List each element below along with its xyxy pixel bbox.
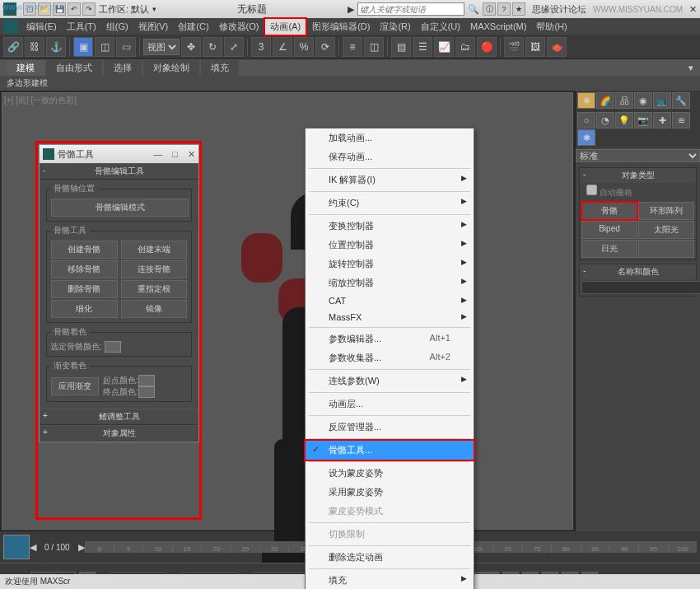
systems-icon[interactable]: ✱ (577, 129, 595, 146)
category-dropdown[interactable]: 标准 (576, 149, 700, 162)
menu-help[interactable]: 帮助(H) (531, 19, 572, 35)
menu-item[interactable]: IK 解算器(I)▶ (306, 171, 474, 189)
bind-icon[interactable]: ⚓ (46, 37, 66, 57)
tab-freeform[interactable]: 自由形式 (46, 60, 102, 76)
apply-gradient-button[interactable]: 应用渐变 (51, 377, 99, 395)
collapse-icon[interactable]: - (583, 266, 586, 275)
refine-button[interactable]: 细化 (51, 300, 118, 318)
help-icon[interactable]: ? (497, 2, 511, 16)
tab-modeling[interactable]: 建模 (7, 60, 44, 76)
menu-item[interactable]: 保存动画... (306, 147, 474, 166)
shapes-icon[interactable]: ◔ (596, 112, 614, 129)
rotate-icon[interactable]: ↻ (203, 37, 222, 57)
menu-item[interactable]: 连线参数(W)▶ (306, 372, 474, 390)
ribbon-chevron-icon[interactable]: ▾ (688, 63, 693, 73)
space-warps-icon[interactable]: ≋ (672, 112, 690, 129)
select-window-icon[interactable]: ▭ (116, 37, 136, 57)
modify-tab-icon[interactable]: 🌈 (596, 92, 614, 109)
star-icon[interactable]: ★ (512, 2, 525, 16)
motion-tab-icon[interactable]: ◉ (634, 92, 652, 109)
redo-icon[interactable]: ↷ (82, 2, 96, 16)
create-tab-icon[interactable]: ✱ (577, 92, 595, 109)
search-input[interactable] (357, 2, 464, 16)
material-editor-icon[interactable]: 🔴 (477, 37, 497, 57)
tab-select[interactable]: 选择 (104, 60, 142, 76)
menu-graph-editors[interactable]: 图形编辑器(D) (307, 19, 375, 35)
reassign-root-button[interactable]: 重指定根 (121, 280, 188, 298)
resume-icon[interactable]: ▶ (348, 4, 354, 15)
unlink-icon[interactable]: ⛓ (25, 37, 44, 57)
tab-fill[interactable]: 填充 (201, 60, 239, 76)
create-end-button[interactable]: 创建末端 (121, 241, 188, 259)
maximize-icon[interactable]: □ (172, 149, 178, 160)
snap-icon[interactable]: 3 (251, 37, 271, 57)
close-icon[interactable]: ✕ (689, 4, 697, 15)
del-bone2-button[interactable]: 删除骨骼 (51, 280, 118, 298)
ribbon-subtab[interactable]: 多边形建模 (0, 76, 700, 91)
menu-item[interactable]: 采用蒙皮姿势 (306, 483, 474, 502)
mirror-icon[interactable]: ◫ (364, 37, 384, 57)
link-icon[interactable]: 🔗 (3, 37, 23, 57)
ring-array-button[interactable]: 环形阵列 (638, 202, 694, 220)
angle-snap-icon[interactable]: ∠ (273, 37, 292, 57)
viewport-label[interactable]: [+] [前] [一致的色彩] (4, 95, 77, 106)
curve-editor-icon[interactable]: 📈 (434, 37, 454, 57)
object-type-header[interactable]: - 对象类型 (580, 168, 696, 183)
end-color-swatch[interactable] (138, 386, 155, 398)
percent-snap-icon[interactable]: % (294, 37, 314, 57)
cameras-icon[interactable]: 📷 (634, 112, 652, 129)
daylight-button[interactable]: 日光 (581, 240, 637, 258)
named-sets-icon[interactable]: ≡ (343, 37, 362, 57)
utilities-tab-icon[interactable]: 🔧 (672, 92, 690, 109)
menu-create[interactable]: 创建(C) (173, 19, 213, 35)
section-edit-tools[interactable]: - 骨骼编辑工具 (40, 163, 198, 180)
menu-animation[interactable]: 动画(A) (264, 17, 307, 36)
name-color-header[interactable]: - 名称和颜色 (580, 264, 696, 279)
schematic-icon[interactable]: 🗂 (455, 37, 475, 57)
bones-button[interactable]: 骨骼 (581, 201, 638, 221)
align-icon[interactable]: ▤ (391, 37, 411, 57)
render-setup-icon[interactable]: 🎬 (504, 37, 524, 57)
menu-item[interactable]: 参数收集器...Alt+2 (306, 348, 474, 367)
spinner-snap-icon[interactable]: ⟳ (315, 37, 335, 57)
playback-icon-box[interactable] (3, 535, 30, 559)
selected-color-swatch[interactable] (105, 341, 121, 353)
expand-icon[interactable]: + (43, 411, 48, 420)
select-region-icon[interactable]: ◫ (95, 37, 114, 57)
sunlight-button[interactable]: 太阳光 (638, 221, 694, 239)
menu-item[interactable]: ✓骨骼工具... (304, 439, 475, 461)
minimize-icon[interactable]: — (153, 149, 162, 160)
menu-views[interactable]: 视图(V) (133, 19, 174, 35)
geometry-icon[interactable]: ○ (577, 112, 595, 129)
menu-customize[interactable]: 自定义(U) (416, 19, 465, 35)
menu-item[interactable]: 加载动画... (306, 129, 474, 147)
display-tab-icon[interactable]: 📺 (653, 92, 671, 109)
layer-icon[interactable]: ☰ (413, 37, 432, 57)
create-bone-button[interactable]: 创建骨骼 (51, 241, 118, 259)
menu-item[interactable]: 填充▶ (306, 571, 474, 589)
expand-icon[interactable]: + (43, 428, 48, 437)
collapse-icon[interactable]: - (583, 170, 586, 179)
workspace-dropdown[interactable]: 工作区: 默认 (99, 3, 149, 16)
timeline-right-icon[interactable]: ▶ (78, 542, 85, 553)
hierarchy-tab-icon[interactable]: 品 (615, 92, 633, 109)
connect-bone-button[interactable]: 连接骨骼 (121, 260, 188, 278)
window-close-icon[interactable]: ✕ (188, 149, 195, 160)
menu-item[interactable]: 缩放控制器▶ (306, 273, 474, 292)
object-name-input[interactable] (581, 281, 700, 294)
menu-item[interactable]: 变换控制器▶ (306, 217, 474, 236)
menu-item[interactable]: 删除选定动画 (306, 548, 474, 567)
viewport-front[interactable]: [+] [前] [一致的色彩] 骨骼工具 — □ ✕ (2, 92, 573, 530)
section-finetune[interactable]: + 鳍调整工具 (40, 409, 198, 425)
reference-coord-dropdown[interactable]: 视图 (143, 39, 180, 55)
render-frame-icon[interactable]: 🖼 (525, 37, 545, 57)
menu-edit[interactable]: 编辑(E) (21, 19, 62, 35)
tab-object-paint[interactable]: 对象绘制 (143, 60, 199, 76)
menu-maxscript[interactable]: MAXScript(M) (465, 20, 531, 33)
window-title-bar[interactable]: 骨骼工具 — □ ✕ (40, 145, 198, 163)
start-color-swatch[interactable] (138, 375, 155, 386)
menu-item[interactable]: 约束(C)▶ (306, 194, 474, 213)
menu-item[interactable]: 动画层... (306, 395, 474, 414)
bone-edit-mode-button[interactable]: 骨骼编辑模式 (51, 199, 189, 217)
scale-icon[interactable]: ⤢ (224, 37, 244, 57)
